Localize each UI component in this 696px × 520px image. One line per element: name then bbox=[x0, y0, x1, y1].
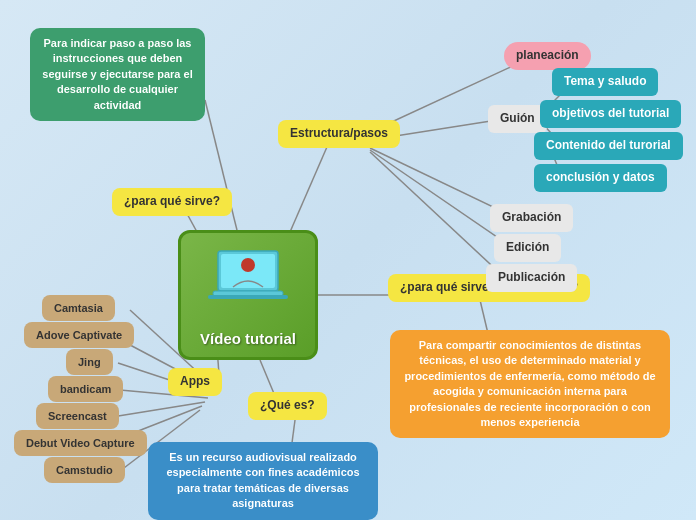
apps-node: Apps bbox=[168, 368, 222, 396]
camtasia-node: Camtasia bbox=[42, 295, 115, 321]
center-label: Vídeo tutorial bbox=[200, 330, 296, 347]
guion-node: Guión bbox=[488, 105, 547, 133]
debut-node: Debut Video Capture bbox=[14, 430, 147, 456]
conclusion-node: conclusión y datos bbox=[534, 164, 667, 192]
svg-line-8 bbox=[370, 148, 510, 215]
contenido-node: Contenido del turorial bbox=[534, 132, 683, 160]
center-node: Vídeo tutorial bbox=[178, 230, 318, 360]
publicacion-node: Publicación bbox=[486, 264, 577, 292]
jing-node: Jing bbox=[66, 349, 113, 375]
orange-large-node: Para compartir conocimientos de distinta… bbox=[390, 330, 670, 438]
svg-line-9 bbox=[370, 150, 510, 246]
objetivos-node: objetivos del tutorial bbox=[540, 100, 681, 128]
grabacion-node: Grabación bbox=[490, 204, 573, 232]
screencast-node: Screencast bbox=[36, 403, 119, 429]
svg-rect-28 bbox=[208, 295, 288, 299]
estructura-node: Estructura/pasos bbox=[278, 120, 400, 148]
planeacion-node: planeación bbox=[504, 42, 591, 70]
edicion-node: Edición bbox=[494, 234, 561, 262]
bandicam-node: bandicam bbox=[48, 376, 123, 402]
blue-large-node: Es un recurso audiovisual realizado espe… bbox=[148, 442, 378, 520]
svg-point-26 bbox=[241, 258, 255, 272]
green-large-node: Para indicar paso a paso las instruccion… bbox=[30, 28, 205, 121]
svg-line-10 bbox=[370, 152, 504, 277]
camstudio-node: Camstudio bbox=[44, 457, 125, 483]
adove-node: Adove Captivate bbox=[24, 322, 134, 348]
para-que-node: ¿para qué sirve? bbox=[112, 188, 232, 216]
laptop-icon bbox=[208, 247, 288, 311]
tema-node: Tema y saludo bbox=[552, 68, 658, 96]
que-es-node: ¿Qué es? bbox=[248, 392, 327, 420]
svg-line-19 bbox=[112, 402, 205, 417]
